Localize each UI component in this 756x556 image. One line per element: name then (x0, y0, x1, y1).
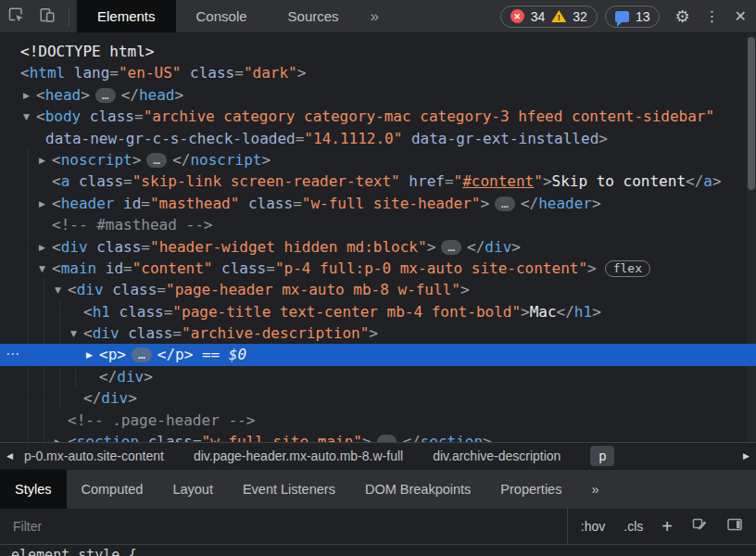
element-style-rule[interactable]: element.style { (0, 545, 756, 556)
console-errors-warnings-button[interactable]: ✕ 34 32 (500, 6, 598, 28)
dom-node-markup: <h1 class="page-title text-center mb-4 f… (83, 303, 601, 321)
dom-tree-row[interactable]: ▶<noscript>…</noscript> (0, 149, 756, 171)
inspect-element-button[interactable] (0, 0, 32, 32)
dom-tree-row[interactable]: </div> (0, 366, 756, 387)
toggle-element-state-button[interactable]: :hov (581, 519, 605, 534)
styles-filter-controls: :hov .cls + (567, 509, 756, 544)
row-overflow-menu-icon[interactable]: ⋯ (6, 344, 19, 365)
dom-node-markup: <section class="w-full site-main">…</sec… (68, 433, 492, 442)
dom-tree-row[interactable]: ▶<section class="w-full site-main">…</se… (0, 431, 756, 442)
breadcrumb-scroll-right-icon[interactable]: ▶ (743, 443, 750, 469)
dom-tree-row[interactable]: <html lang="en-US" class="dark"> (0, 62, 756, 83)
dom-node-markup: </div> (83, 389, 137, 407)
dom-node-markup: </div> (99, 368, 153, 385)
tab-sources[interactable]: Sources (268, 0, 359, 32)
tab-dom-breakpoints[interactable]: DOM Breakpoints (350, 470, 485, 509)
device-toolbar-icon (38, 6, 57, 28)
issues-button[interactable]: 13 (605, 6, 661, 28)
expand-arrow-icon[interactable]: ▶ (39, 150, 52, 171)
dom-tree-row[interactable]: ▼<main id="content" class="p-4 full:p-0 … (0, 258, 756, 279)
dom-tree-row[interactable]: <a class="skip-link screen-reader-text" … (0, 171, 756, 192)
dom-tree-row[interactable]: <!-- .page-header --> (0, 410, 756, 431)
computed-sidebar-toggle-button[interactable] (726, 516, 743, 537)
dom-node-markup: <header id="masthead" class="w-full site… (52, 195, 601, 212)
more-sidebar-tabs-button[interactable]: » (576, 470, 613, 509)
issue-count: 13 (636, 9, 650, 24)
dom-tree-row[interactable]: ▼<body class="archive category category-… (0, 106, 756, 127)
dom-tree: <!DOCTYPE html><html lang="en-US" class=… (0, 33, 756, 442)
device-toolbar-button[interactable] (32, 0, 63, 32)
expand-arrow-icon[interactable]: ▶ (55, 432, 68, 442)
dom-node-markup: <body class="archive category category-m… (36, 107, 714, 125)
dom-tree-row[interactable]: <!-- #masthead --> (0, 214, 756, 235)
dom-node-markup: <html lang="en-US" class="dark"> (20, 64, 306, 82)
font-editor-button[interactable] (691, 516, 708, 537)
sidebar-panel-icon (726, 516, 743, 537)
dom-node-markup: <div class="page-header mx-auto mb-8 w-f… (68, 281, 470, 298)
breadcrumb: ◀ p-0.mx-auto.site-contentdiv.page-heade… (0, 442, 756, 469)
dom-node-markup: <div class="archive-description"> (83, 324, 378, 342)
font-editor-icon (691, 516, 708, 537)
warning-count: 32 (573, 9, 587, 24)
expand-arrow-icon[interactable]: ▶ (86, 345, 99, 366)
styles-pane-body: element.style { (0, 545, 756, 556)
kebab-menu-icon[interactable]: ⋮ (705, 9, 720, 24)
tab-event-listeners[interactable]: Event Listeners (228, 470, 350, 509)
new-style-rule-button[interactable]: + (662, 516, 673, 537)
collapse-arrow-icon[interactable]: ▼ (39, 259, 52, 280)
collapse-arrow-icon[interactable]: ▼ (70, 323, 83, 345)
dom-tree-row[interactable]: ▶<head>…</head> (0, 84, 756, 106)
dom-tree-row[interactable]: </div> (0, 387, 756, 409)
dom-node-markup: <a class="skip-link screen-reader-text" … (52, 172, 722, 190)
dom-tree-row[interactable]: <h1 class="page-title text-center mb-4 f… (0, 301, 756, 322)
breadcrumb-scroll-left-icon[interactable]: ◀ (6, 443, 13, 469)
issues-bubble-icon (615, 11, 629, 22)
styles-panel-tabs: StylesComputedLayoutEvent ListenersDOM B… (0, 469, 756, 509)
dom-tree-row[interactable]: ▶<p>…</p> == $0⋯ (0, 344, 756, 365)
settings-gear-icon[interactable]: ⚙ (674, 8, 689, 25)
dom-node-markup: <p>…</p> == $0 (99, 346, 246, 363)
dom-node-markup: <main id="content" class="p-4 full:p-0 m… (52, 259, 650, 277)
breadcrumb-item[interactable]: p (590, 446, 614, 466)
tab-styles[interactable]: Styles (0, 470, 67, 509)
warning-icon (551, 10, 566, 22)
breadcrumb-item[interactable]: div.page-header.mx-auto.mb-8.w-full (194, 449, 403, 463)
dom-tree-row[interactable]: <!DOCTYPE html> (0, 41, 756, 62)
dom-tree-row[interactable]: ▼<div class="page-header mx-auto mb-8 w-… (0, 279, 756, 300)
more-panels-button[interactable]: » (359, 0, 390, 32)
dom-node-markup: <head>…</head> (36, 86, 183, 104)
inspect-cursor-icon (6, 6, 25, 28)
toolbar-right-cluster: ✕ 34 32 13 ⚙ ⋮ ✕ (493, 0, 756, 32)
tab-properties[interactable]: Properties (485, 470, 576, 509)
dom-node-markup: <!-- .page-header --> (68, 411, 255, 429)
devtools-toolbar: ElementsConsoleSources » ✕ 34 32 13 ⚙ ⋮ … (0, 0, 756, 33)
dom-node-markup: <!-- #masthead --> (52, 216, 212, 234)
element-classes-button[interactable]: .cls (624, 519, 643, 534)
collapse-arrow-icon[interactable]: ▼ (23, 107, 36, 128)
dom-tree-row[interactable]: data-new-gr-c-s-check-loaded="14.1112.0"… (0, 128, 756, 149)
error-icon: ✕ (510, 9, 524, 23)
tab-layout[interactable]: Layout (158, 470, 228, 509)
tab-console[interactable]: Console (176, 0, 268, 32)
dom-node-markup: <noscript>…</noscript> (52, 151, 271, 169)
expand-arrow-icon[interactable]: ▶ (39, 194, 52, 215)
toolbar-divider (69, 6, 69, 26)
more-tabs-chevron-icon: » (371, 7, 379, 26)
tab-computed[interactable]: Computed (67, 470, 158, 509)
dom-node-markup: <!DOCTYPE html> (20, 43, 155, 60)
expand-arrow-icon[interactable]: ▶ (39, 237, 52, 259)
breadcrumb-item[interactable]: div.archive-description (433, 449, 561, 463)
dom-tree-row[interactable]: ▶<div class="header-widget hidden md:blo… (0, 236, 756, 258)
styles-filter-input[interactable] (0, 509, 567, 544)
close-devtools-icon[interactable]: ✕ (735, 9, 747, 24)
dom-node-markup: <div class="header-widget hidden md:bloc… (52, 238, 521, 256)
expand-arrow-icon[interactable]: ▶ (23, 85, 36, 107)
error-count: 34 (531, 9, 546, 24)
tab-elements[interactable]: Elements (77, 0, 176, 32)
breadcrumb-item[interactable]: p-0.mx-auto.site-content (24, 449, 164, 463)
dom-node-markup: data-new-gr-c-s-check-loaded="14.1112.0"… (45, 130, 608, 147)
styles-filter-bar: :hov .cls + (0, 509, 756, 545)
dom-tree-row[interactable]: ▶<header id="masthead" class="w-full sit… (0, 193, 756, 214)
collapse-arrow-icon[interactable]: ▼ (55, 280, 68, 301)
dom-tree-row[interactable]: ▼<div class="archive-description"> (0, 322, 756, 344)
